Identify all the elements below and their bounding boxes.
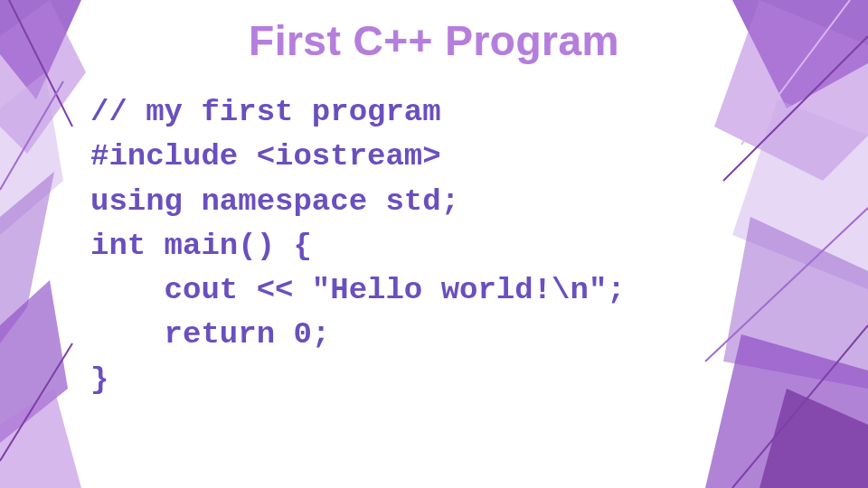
code-line: } (90, 362, 108, 397)
code-line: int main() { (90, 229, 312, 263)
code-line: #include <iostream> (90, 139, 441, 174)
svg-marker-14 (760, 389, 868, 488)
svg-line-18 (732, 325, 868, 488)
svg-line-8 (0, 343, 72, 461)
code-line: using namespace std; (90, 184, 459, 219)
svg-marker-2 (0, 72, 63, 235)
code-line: // my first program (90, 95, 441, 129)
svg-marker-4 (0, 280, 68, 443)
svg-marker-5 (0, 389, 81, 488)
code-block: // my first program #include <iostream> … (90, 90, 626, 402)
svg-marker-12 (723, 217, 868, 389)
svg-marker-3 (0, 172, 54, 343)
svg-marker-11 (732, 99, 868, 289)
svg-line-7 (0, 81, 63, 190)
decorative-right-shapes (615, 0, 868, 488)
slide-title: First C++ Program (0, 16, 868, 65)
svg-line-16 (705, 208, 868, 361)
code-line: return 0; (90, 317, 330, 352)
code-line: cout << "Hello world!\n"; (90, 273, 626, 307)
svg-marker-13 (705, 334, 868, 488)
